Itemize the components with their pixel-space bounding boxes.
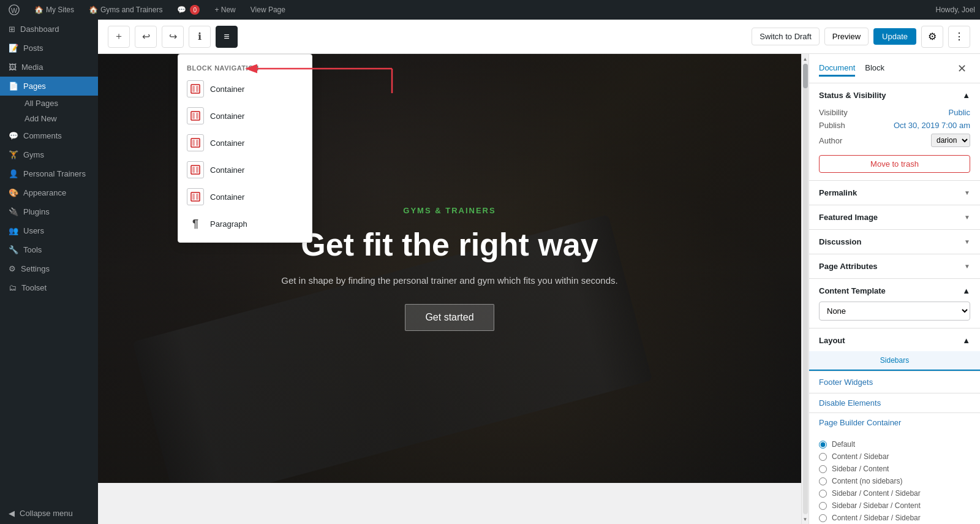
editor-toolbar: ＋ ↩ ↪ ℹ ≡ Switch to Draft Preview Update… bbox=[98, 20, 980, 54]
redo-button[interactable]: ↪ bbox=[162, 26, 184, 48]
update-button[interactable]: Update bbox=[873, 28, 916, 45]
more-options-button[interactable]: ⋮ bbox=[948, 26, 970, 48]
canvas-scrollbar[interactable]: ▲ ▼ bbox=[801, 54, 809, 524]
featured-image-chevron: ▼ bbox=[964, 214, 970, 221]
add-block-button[interactable]: ＋ bbox=[108, 26, 130, 48]
scroll-track[interactable] bbox=[803, 64, 808, 514]
page-builder-container-link[interactable]: Page Builder Container bbox=[819, 417, 970, 428]
sidebar-item-toolset[interactable]: 🗂 Toolset bbox=[0, 278, 98, 297]
sidebar-item-plugins[interactable]: 🔌 Plugins bbox=[0, 202, 98, 221]
move-to-trash-button[interactable]: Move to trash bbox=[819, 155, 970, 173]
sidebar-item-tools[interactable]: 🔧 Tools bbox=[0, 240, 98, 259]
sidebar-item-personal-trainers[interactable]: 👤 Personal Trainers bbox=[0, 164, 98, 183]
posts-icon: 📝 bbox=[9, 44, 18, 53]
list-icon: ≡ bbox=[224, 31, 229, 42]
sidebar-item-pages[interactable]: 📄 Pages bbox=[0, 77, 98, 96]
hero-cta-button[interactable]: Get started bbox=[405, 304, 494, 331]
svg-text:W: W bbox=[11, 7, 18, 14]
sidebar-item-gyms[interactable]: 🏋 Gyms bbox=[0, 145, 98, 164]
sidebar-item-settings[interactable]: ⚙ Settings bbox=[0, 259, 98, 278]
layout-links: Footer Widgets bbox=[809, 371, 980, 393]
block-nav-item-4[interactable]: Container bbox=[178, 183, 312, 210]
sidebar-subitem-add-new[interactable]: Add New bbox=[0, 111, 98, 126]
scroll-down-button[interactable]: ▼ bbox=[802, 515, 809, 523]
admin-bar: W 🏠 My Sites 🏠 Gyms and Trainers 💬 0 + N… bbox=[0, 0, 980, 20]
status-visibility-header[interactable]: Status & Visibility ▲ bbox=[819, 91, 970, 100]
block-nav-item-3[interactable]: Container bbox=[178, 156, 312, 183]
layout-option-no-sidebars[interactable]: Content (no sidebars) bbox=[819, 475, 970, 487]
layout-tab-sidebars[interactable]: Sidebars bbox=[809, 351, 980, 371]
layout-option-content-sidebar[interactable]: Content / Sidebar bbox=[819, 450, 970, 463]
tab-block[interactable]: Block bbox=[865, 61, 884, 77]
disable-elements-link[interactable]: Disable Elements bbox=[819, 397, 970, 409]
page-attributes-header[interactable]: Page Attributes ▼ bbox=[819, 262, 970, 271]
publish-row: Publish Oct 30, 2019 7:00 am bbox=[819, 119, 970, 132]
layout-header[interactable]: Layout ▲ bbox=[819, 336, 970, 345]
view-page-link[interactable]: View Page bbox=[247, 3, 289, 17]
info-button[interactable]: ℹ bbox=[189, 26, 211, 48]
appearance-icon: 🎨 bbox=[9, 188, 18, 197]
panel-close-button[interactable]: ✕ bbox=[953, 60, 970, 77]
layout-option-content-sidebar-sidebar[interactable]: Content / Sidebar / Sidebar bbox=[819, 512, 970, 524]
panel-header: Document Block ✕ bbox=[809, 54, 980, 83]
content-template-header[interactable]: Content Template ▲ bbox=[819, 286, 970, 295]
discussion-section: Discussion ▼ bbox=[809, 230, 980, 254]
featured-image-section: Featured Image ▼ bbox=[809, 205, 980, 230]
content-template-chevron: ▲ bbox=[962, 286, 970, 295]
comments-link[interactable]: 💬 0 bbox=[173, 2, 203, 17]
permalink-section: Permalink ▼ bbox=[809, 181, 980, 205]
sidebar-item-comments[interactable]: 💬 Comments bbox=[0, 126, 98, 145]
wp-logo[interactable]: W bbox=[5, 2, 23, 18]
featured-image-header[interactable]: Featured Image ▼ bbox=[819, 213, 970, 222]
layout-option-sidebar-sidebar-content[interactable]: Sidebar / Sidebar / Content bbox=[819, 499, 970, 512]
block-nav-item-5[interactable]: ¶ Paragraph bbox=[178, 210, 312, 237]
publish-date-value[interactable]: Oct 30, 2019 7:00 am bbox=[894, 121, 970, 130]
layout-option-sidebar-content[interactable]: Sidebar / Content bbox=[819, 463, 970, 475]
preview-button[interactable]: Preview bbox=[824, 28, 869, 45]
discussion-header[interactable]: Discussion ▼ bbox=[819, 237, 970, 246]
sidebar-item-posts[interactable]: 📝 Posts bbox=[0, 39, 98, 58]
layout-radio-group: Default Content / Sidebar Sidebar / Cont… bbox=[819, 438, 970, 524]
svg-rect-3 bbox=[192, 86, 195, 92]
scroll-up-button[interactable]: ▲ bbox=[802, 55, 809, 63]
permalink-header[interactable]: Permalink ▼ bbox=[819, 188, 970, 197]
container-icon-3 bbox=[187, 161, 204, 178]
my-sites-menu[interactable]: 🏠 My Sites bbox=[31, 3, 78, 17]
undo-button[interactable]: ↩ bbox=[135, 26, 157, 48]
block-nav-title: Block Navigation bbox=[178, 59, 312, 75]
collapse-menu-button[interactable]: ◀ Collapse menu bbox=[0, 503, 98, 524]
main-layout: ⊞ Dashboard 📝 Posts 🖼 Media 📄 Pages All … bbox=[0, 20, 980, 524]
right-panel: Document Block ✕ Status & Visibility ▲ V… bbox=[809, 54, 980, 524]
svg-rect-9 bbox=[192, 140, 195, 146]
scroll-thumb[interactable] bbox=[803, 64, 808, 88]
visibility-value[interactable]: Public bbox=[949, 108, 970, 117]
status-visibility-section: Status & Visibility ▲ Visibility Public … bbox=[809, 83, 980, 181]
footer-widgets-link[interactable]: Footer Widgets bbox=[819, 376, 970, 388]
block-nav-item-0[interactable]: Container bbox=[178, 75, 312, 102]
sidebar-subitem-all-pages[interactable]: All Pages bbox=[0, 96, 98, 111]
sidebar-item-media[interactable]: 🖼 Media bbox=[0, 58, 98, 77]
document-settings-button[interactable]: ⚙ bbox=[921, 26, 943, 48]
svg-rect-10 bbox=[196, 140, 198, 146]
media-icon: 🖼 bbox=[9, 63, 17, 72]
sidebar-item-users[interactable]: 👥 Users bbox=[0, 221, 98, 240]
block-navigation-button[interactable]: ≡ bbox=[216, 26, 238, 48]
gyms-and-trainers-link[interactable]: 🏠 Gyms and Trainers bbox=[85, 3, 166, 17]
sidebar-item-dashboard[interactable]: ⊞ Dashboard bbox=[0, 20, 98, 39]
user-greeting: Howdy, Joel bbox=[936, 6, 975, 14]
new-content-menu[interactable]: + New bbox=[211, 3, 239, 17]
block-nav-item-2[interactable]: Container bbox=[178, 129, 312, 156]
comment-icon: 💬 bbox=[177, 6, 186, 14]
switch-to-draft-button[interactable]: Switch to Draft bbox=[752, 28, 820, 45]
layout-option-sidebar-content-sidebar[interactable]: Sidebar / Content / Sidebar bbox=[819, 487, 970, 499]
sidebar-item-appearance[interactable]: 🎨 Appearance bbox=[0, 183, 98, 202]
author-select[interactable]: darion bbox=[931, 134, 970, 147]
block-nav-item-1[interactable]: Container bbox=[178, 102, 312, 129]
plugins-icon: 🔌 bbox=[9, 207, 18, 216]
content-template-select[interactable]: None bbox=[819, 302, 970, 321]
collapse-icon: ◀ bbox=[9, 509, 15, 518]
container-icon-4 bbox=[187, 188, 204, 205]
tab-document[interactable]: Document bbox=[819, 61, 855, 77]
layout-option-default[interactable]: Default bbox=[819, 438, 970, 450]
hero-content: GYMS & TRAINERS Get fit the right way Ge… bbox=[269, 181, 630, 355]
